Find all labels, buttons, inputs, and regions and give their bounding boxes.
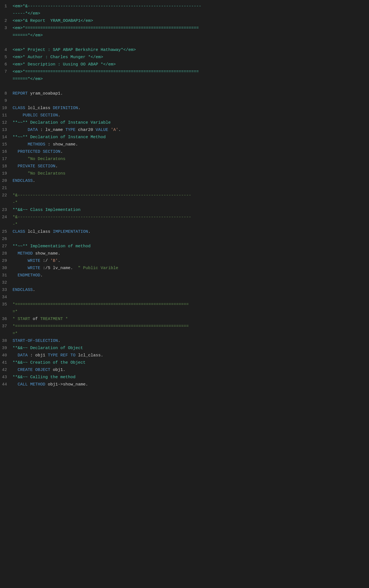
line-number [0, 83, 13, 90]
line-content: **&&~~ Declaration of Object [13, 345, 369, 352]
line-number: 18 [0, 163, 13, 170]
line-content: *&--------------------------------------… [13, 214, 369, 221]
code-line-40: 40 DATA : obj1 TYPE REF TO lcl_class. [0, 352, 369, 359]
code-line-21: 21 [0, 185, 369, 192]
line-number [0, 32, 13, 39]
line-content: CALL METHOD obj1->show_name. [13, 381, 369, 388]
code-line-35b: =* [0, 308, 369, 316]
code-line-38: 38 START-OF-SELECTION. [0, 337, 369, 345]
line-number: 22 [0, 192, 13, 199]
line-number [0, 221, 13, 228]
line-content: <em>*===================================… [13, 69, 369, 75]
code-line-7: 7 <em>*=================================… [0, 68, 369, 76]
line-content [13, 236, 369, 243]
line-number: 25 [0, 229, 13, 235]
line-number: 5 [0, 54, 13, 61]
code-line-42: 42 CREATE OBJECT obj1. [0, 366, 369, 374]
line-number: 35 [0, 301, 13, 308]
line-number: 34 [0, 294, 13, 301]
line-number: 32 [0, 279, 13, 286]
code-line-2: 2 <em>*& Report YRAM_OOABAP1</em> [0, 17, 369, 25]
line-content: REPORT yram_ooabap1. [13, 90, 369, 97]
line-content: ENDCLASS. [13, 287, 369, 293]
line-content: *=======================================… [13, 323, 369, 330]
code-line-10: 10 CLASS lcl_class DEFINITION. [0, 105, 369, 112]
line-number: 33 [0, 287, 13, 293]
line-content: <em>*===================================… [13, 25, 369, 32]
line-number: 29 [0, 258, 13, 264]
code-line-12: 12 **~~** Declaration of Instance Variab… [0, 119, 369, 126]
code-line-16: 16 PROTECTED SECTION. [0, 148, 369, 156]
line-number: 14 [0, 134, 13, 141]
code-line-35: 35 *====================================… [0, 301, 369, 308]
line-number: 41 [0, 359, 13, 366]
line-content: CLASS lcl_class DEFINITION. [13, 105, 369, 112]
line-content: CREATE OBJECT obj1. [13, 367, 369, 373]
line-number: 16 [0, 149, 13, 155]
line-content: *&--------------------------------------… [13, 192, 369, 199]
line-number: 30 [0, 265, 13, 272]
line-content: PRIVATE SECTION. [13, 163, 369, 170]
line-content: -* [13, 221, 369, 228]
code-line-6: 6 <em>* Description : Uusing OO ABAP *</… [0, 61, 369, 68]
line-number: 21 [0, 185, 13, 192]
line-content: DATA : lv_name TYPE char20 VALUE 'A'. [13, 127, 369, 133]
line-content: METHOD show_name. [13, 250, 369, 257]
code-line-22: 22 *&-----------------------------------… [0, 192, 369, 199]
line-number: 20 [0, 178, 13, 184]
line-content: **~~** Implementation of method [13, 243, 369, 250]
line-content: START-OF-SELECTION. [13, 338, 369, 344]
code-line-27: 27 **~~** Implementation of method [0, 243, 369, 250]
line-number: 43 [0, 374, 13, 381]
code-line-17: 17 "No Declaratons [0, 156, 369, 163]
code-line-31: 31 ENDMETHOD. [0, 272, 369, 279]
line-content: **~~** Declaration of Instance Variable [13, 119, 369, 126]
line-content: * START of TREATMENT * [13, 316, 369, 323]
line-content: ======*</em> [13, 32, 369, 39]
line-content [13, 98, 369, 104]
line-content: -* [13, 199, 369, 206]
line-content: **&&~~ Calling the method [13, 374, 369, 381]
line-number [0, 199, 13, 206]
code-line-44: 44 CALL METHOD obj1->show_name. [0, 381, 369, 388]
code-line-19: 19 "No Declaratons [0, 170, 369, 177]
line-number: 3 [0, 25, 13, 32]
line-content: <em>*&----------------------------------… [13, 3, 369, 10]
line-number: 10 [0, 105, 13, 112]
line-number: 23 [0, 207, 13, 213]
line-number [0, 330, 13, 337]
code-line-30: 30 WRITE :/5 lv_name. " Public Varible [0, 265, 369, 272]
line-number: 27 [0, 243, 13, 250]
line-content: DATA : obj1 TYPE REF TO lcl_class. [13, 352, 369, 359]
line-content [13, 279, 369, 286]
code-line-blank1 [0, 39, 369, 46]
line-number: 7 [0, 69, 13, 75]
code-line-4: 4 <em>* Project : SAP ABAP Berkshire Hat… [0, 46, 369, 54]
line-number: 31 [0, 272, 13, 279]
code-line-26: 26 [0, 236, 369, 243]
code-line-15: 15 METHODS : show_name. [0, 141, 369, 148]
code-line-39: 39 **&&~~ Declaration of Object [0, 345, 369, 352]
code-line-13: 13 DATA : lv_name TYPE char20 VALUE 'A'. [0, 126, 369, 134]
code-line-32: 32 [0, 279, 369, 286]
code-line-34: 34 [0, 294, 369, 301]
line-number: 39 [0, 345, 13, 352]
line-number [0, 309, 13, 315]
code-line-23: 23 **&&~~ Class Implementation [0, 206, 369, 214]
line-content: *=======================================… [13, 301, 369, 308]
line-number: 28 [0, 250, 13, 257]
code-line-18: 18 PRIVATE SECTION. [0, 163, 369, 170]
line-content: <em>* Description : Uusing OO ABAP *</em… [13, 61, 369, 68]
line-content [13, 39, 369, 46]
code-editor: 1 <em>*&--------------------------------… [0, 0, 369, 391]
line-number: 8 [0, 90, 13, 97]
line-content [13, 294, 369, 301]
code-line-33: 33 ENDCLASS. [0, 286, 369, 294]
line-number: 1 [0, 3, 13, 10]
line-number: 2 [0, 18, 13, 24]
line-content: ENDMETHOD. [13, 272, 369, 279]
code-line-3: 3 <em>*=================================… [0, 25, 369, 32]
line-number [0, 76, 13, 83]
line-content: <em>* Project : SAP ABAP Berkshire Hatha… [13, 47, 369, 53]
line-content [13, 83, 369, 90]
